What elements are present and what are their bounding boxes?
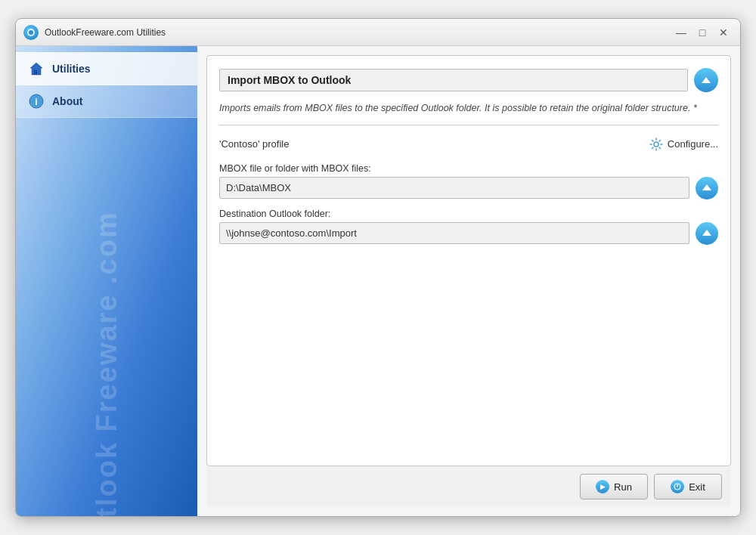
main-window: OutlookFreeware.com Utilities — □ ✕ Util… — [15, 18, 741, 517]
dropdown-row: Import MBOX to Outlook — [219, 68, 718, 92]
destination-field-label: Destination Outlook folder: — [219, 209, 718, 219]
configure-label: Configure... — [668, 138, 718, 150]
maximize-button[interactable]: □ — [693, 23, 711, 42]
sidebar-item-about-label: About — [52, 95, 82, 107]
svg-text:i: i — [35, 97, 37, 107]
title-bar: OutlookFreeware.com Utilities — □ ✕ — [16, 19, 740, 46]
run-label: Run — [614, 481, 632, 493]
close-button[interactable]: ✕ — [714, 23, 733, 42]
exit-icon — [671, 480, 684, 493]
svg-marker-5 — [702, 77, 711, 83]
home-icon — [28, 60, 45, 77]
description-text: Imports emails from MBOX files to the sp… — [219, 101, 718, 125]
main-content: Utilities i About Outlook Freeware .com — [16, 46, 740, 516]
sidebar-item-utilities-label: Utilities — [52, 63, 91, 75]
profile-label: 'Contoso' profile — [219, 138, 289, 150]
minimize-button[interactable]: — — [672, 23, 690, 42]
footer: ▶ Run Exit — [206, 466, 731, 507]
run-button[interactable]: ▶ Run — [580, 474, 648, 499]
svg-point-6 — [654, 142, 658, 147]
mbox-field-row — [219, 177, 718, 199]
mbox-field-label: MBOX file or folder with MBOX files: — [219, 163, 718, 174]
app-icon — [23, 25, 39, 40]
svg-point-1 — [29, 30, 33, 35]
right-panel: Import MBOX to Outlook Imports emails fr… — [197, 46, 740, 516]
destination-browse-button[interactable] — [696, 222, 718, 245]
window-title: OutlookFreeware.com Utilities — [45, 27, 672, 38]
svg-rect-2 — [34, 70, 37, 75]
destination-field-group: Destination Outlook folder: — [219, 209, 718, 245]
mbox-field-group: MBOX file or folder with MBOX files: — [219, 163, 718, 199]
content-area: Import MBOX to Outlook Imports emails fr… — [206, 55, 731, 466]
utility-dropdown[interactable]: Import MBOX to Outlook — [219, 69, 688, 91]
mbox-input[interactable] — [219, 177, 689, 199]
sidebar-item-utilities[interactable]: Utilities — [16, 52, 197, 85]
exit-label: Exit — [689, 481, 705, 493]
profile-configure-row: 'Contoso' profile Configure... — [219, 135, 718, 154]
info-icon: i — [28, 93, 45, 110]
destination-field-row — [219, 222, 718, 245]
window-controls: — □ ✕ — [672, 23, 733, 42]
destination-input[interactable] — [219, 222, 689, 244]
configure-button[interactable]: Configure... — [649, 138, 718, 151]
mbox-browse-button[interactable] — [696, 177, 718, 199]
svg-marker-7 — [702, 184, 711, 190]
configure-icon — [649, 138, 663, 151]
dropdown-up-button[interactable] — [694, 68, 718, 92]
run-icon: ▶ — [596, 480, 609, 493]
sidebar-item-about[interactable]: i About — [16, 85, 197, 118]
svg-marker-8 — [702, 230, 711, 236]
sidebar: Utilities i About Outlook Freeware .com — [16, 46, 197, 516]
exit-button[interactable]: Exit — [654, 474, 722, 499]
